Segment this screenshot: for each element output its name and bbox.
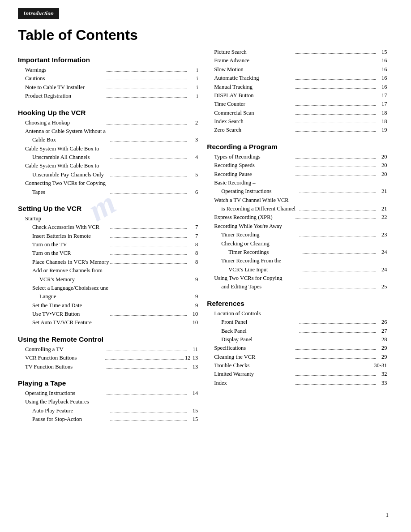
toc-entry: Place Channels in VCR's Memory 8 <box>18 258 198 266</box>
entry-label: TV Function Buttons <box>25 363 105 371</box>
entry-dots <box>295 219 376 219</box>
toc-entry: Automatic Tracking 16 <box>207 74 387 82</box>
section-heading: Playing a Tape <box>18 379 198 387</box>
entry-dots <box>114 281 187 281</box>
toc-entry: Recording While You're Away <box>207 222 387 231</box>
entry-label: Auto Play Feature <box>32 407 109 415</box>
toc-entry: Operating Instructions 21 <box>207 187 387 196</box>
toc-entry: Index Search 18 <box>207 117 387 126</box>
toc-entry: VCR's Line Input 24 <box>207 266 387 274</box>
entry-dots <box>110 420 187 421</box>
entry-label: Using the Playback Features <box>25 398 198 406</box>
entry-dots <box>295 375 376 376</box>
entry-page: 9 <box>188 275 198 284</box>
toc-entry: Timer Recording 23 <box>207 231 387 239</box>
entry-page: 12-13 <box>185 354 198 362</box>
entry-page: 7 <box>188 223 198 232</box>
entry-page: 14 <box>188 389 198 398</box>
entry-label: Note to Cable TV Installer <box>25 83 105 92</box>
entry-label: Display Panel <box>221 335 298 344</box>
entry-label: Add or Remove Channels from <box>32 266 198 275</box>
toc-entry: Timer Recordings 24 <box>207 248 387 257</box>
entry-label: Frame Advance <box>214 56 294 65</box>
toc-entry: Langue 9 <box>18 292 198 301</box>
entry-dots <box>107 395 187 395</box>
toc-entry: Manual Tracking 16 <box>207 83 387 91</box>
entry-dots <box>299 236 376 236</box>
entry-page: 20 <box>377 161 387 170</box>
toc-entry: Auto Play Feature 15 <box>18 407 198 415</box>
entry-label: Operating Instructions <box>25 389 105 398</box>
entry-dots <box>295 88 376 89</box>
toc-entry: Watch a TV Channel While VCR <box>207 196 387 205</box>
entry-label: VCR Function Buttons <box>25 354 104 362</box>
entry-label: Checking or Clearing <box>221 240 387 248</box>
toc-entry: Check Accessories With VCR 7 <box>18 223 198 232</box>
toc-entry: Cable System With Cable Box to <box>18 162 198 170</box>
entry-dots <box>110 254 187 255</box>
section-heading: Using the Remote Control <box>18 335 198 343</box>
toc-entry: Use TV•VCR Button 10 <box>18 310 198 318</box>
entry-page: i <box>188 74 198 83</box>
entry-page: 33 <box>377 379 387 387</box>
toc-entry: Picture Search 15 <box>207 48 387 56</box>
entry-label: DISPLAY Button <box>214 91 294 100</box>
entry-page: 27 <box>377 327 387 335</box>
section-heading: Recording a Program <box>207 143 387 151</box>
toc-container: Important Information Warnings i Caution… <box>0 48 411 424</box>
entry-label: Cable System With Cable Box to <box>25 145 198 153</box>
entry-page: 7 <box>188 232 198 240</box>
entry-dots <box>110 263 187 264</box>
entry-label: Timer Recording From the <box>221 257 387 265</box>
entry-page: 8 <box>188 258 198 266</box>
entry-label: Connecting Two VCRs for Copying <box>25 179 198 188</box>
toc-entry: Trouble Checks 30-31 <box>207 361 387 370</box>
entry-page: 5 <box>188 171 198 179</box>
toc-entry: Cable Box 3 <box>18 136 198 144</box>
entry-page: 18 <box>377 109 387 117</box>
toc-entry: DISPLAY Button 17 <box>207 91 387 100</box>
entry-label: Zero Search <box>214 126 294 134</box>
entry-label: Timer Recording <box>221 231 298 239</box>
entry-page: 8 <box>188 240 198 249</box>
toc-entry: Using Two VCRs for Copying <box>207 274 387 283</box>
entry-page: 9 <box>188 292 198 301</box>
entry-page: 17 <box>377 91 387 100</box>
entry-page: 8 <box>188 249 198 257</box>
entry-label: Use TV•VCR Button <box>32 310 109 318</box>
entry-dots <box>107 124 187 124</box>
entry-dots <box>295 349 376 350</box>
entry-dots <box>295 167 376 167</box>
entry-label: VCR's Line Input <box>228 266 301 274</box>
entry-dots <box>110 176 187 176</box>
entry-dots <box>107 351 187 351</box>
left-column: Important Information Warnings i Caution… <box>18 48 198 424</box>
entry-page: 18 <box>377 117 387 126</box>
entry-page: 16 <box>377 83 387 91</box>
entry-dots <box>295 123 376 123</box>
toc-entry: Types of Recordings 20 <box>207 153 387 161</box>
toc-entry: Product Registration i <box>18 92 198 100</box>
entry-dots <box>299 323 376 324</box>
entry-page: 21 <box>377 187 387 196</box>
entry-page: 4 <box>188 153 198 162</box>
toc-entry: Warnings i <box>18 66 198 74</box>
entry-page: 29 <box>377 353 387 361</box>
toc-entry: Index 33 <box>207 379 387 387</box>
entry-label: Startup <box>25 215 198 223</box>
entry-page: 10 <box>188 318 198 327</box>
entry-dots <box>295 71 376 71</box>
entry-page: 15 <box>377 48 387 56</box>
toc-entry: Frame Advance 16 <box>207 56 387 65</box>
entry-page: 20 <box>377 153 387 161</box>
entry-dots <box>295 79 376 80</box>
entry-label: Using Two VCRs for Copying <box>214 274 387 283</box>
entry-page: 25 <box>377 283 387 291</box>
entry-label: Time Counter <box>214 100 294 108</box>
toc-entry: Insert Batteries in Remote 7 <box>18 232 198 240</box>
entry-dots <box>107 368 187 369</box>
entry-label: Pause for Stop-Action <box>32 415 109 424</box>
entry-page: 16 <box>377 74 387 82</box>
entry-label: Types of Recordings <box>214 153 294 161</box>
entry-dots <box>107 89 187 89</box>
